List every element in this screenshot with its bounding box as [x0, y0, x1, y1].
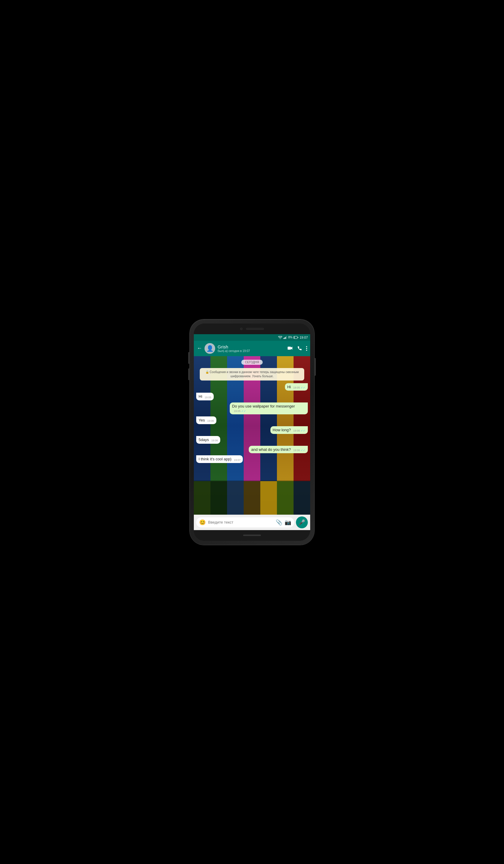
- phone-bottom-bar: [194, 530, 310, 541]
- speaker-grille: [246, 328, 264, 330]
- video-call-icon[interactable]: [288, 346, 293, 350]
- svg-point-10: [306, 350, 307, 351]
- phone-screen: 8% 19:07 ← 👤 Grish бы: [194, 324, 310, 541]
- mic-icon: 🎤: [299, 519, 305, 526]
- message-row: Hi 19:05: [196, 393, 308, 400]
- more-options-icon[interactable]: [306, 346, 307, 351]
- battery-text: 8%: [288, 336, 292, 339]
- contact-info: Grish был(-а) сегодня в 19:07: [218, 344, 285, 352]
- read-ticks: ✓✓: [301, 386, 305, 389]
- read-ticks: ✓✓: [301, 429, 305, 432]
- message-time: 19:05: [204, 396, 211, 399]
- svg-rect-0: [284, 338, 284, 339]
- mic-button[interactable]: 🎤: [296, 516, 308, 528]
- status-time: 19:07: [300, 336, 308, 339]
- bubble-outgoing: Do you use wallpaper for messenger 19:05…: [230, 403, 308, 414]
- message-row: Do you use wallpaper for messenger 19:05…: [196, 403, 308, 414]
- message-time: 19:05 ✓✓: [234, 410, 246, 413]
- back-button[interactable]: ←: [197, 345, 202, 351]
- message-row: Hi 19:05 ✓✓: [196, 383, 308, 391]
- bubble-incoming: 5days 19:06: [196, 436, 220, 444]
- status-bar-icons: 8% 19:07: [278, 336, 308, 339]
- header-actions: [288, 346, 307, 351]
- message-row: and what do you think? 19:06 ✓✓: [196, 446, 308, 454]
- message-text: Do you use wallpaper for messenger: [232, 404, 295, 409]
- message-row: I think it's cool app) 19:07: [196, 455, 308, 463]
- message-time: 19:06 ✓✓: [293, 429, 305, 433]
- input-field-wrap: 😊 📎 📷: [196, 517, 294, 527]
- svg-rect-1: [284, 337, 285, 339]
- message-time: 19:06: [207, 419, 214, 423]
- signal-icon: [284, 336, 287, 339]
- message-input[interactable]: [208, 520, 273, 525]
- svg-rect-5: [294, 337, 295, 338]
- svg-rect-3: [286, 336, 287, 339]
- camera-button[interactable]: 📷: [285, 519, 291, 526]
- wifi-icon: [278, 336, 282, 339]
- message-row: 5days 19:06: [196, 436, 308, 444]
- bubble-outgoing: and what do you think? 19:06 ✓✓: [249, 446, 308, 454]
- chat-area: СЕГОДНЯ 🔒 Сообщения и звонки в данном ча…: [194, 356, 310, 530]
- battery-icon: [293, 336, 298, 339]
- emoji-button[interactable]: 😊: [199, 519, 206, 526]
- message-text: Hi: [199, 394, 202, 399]
- bubble-outgoing: How long? 19:06 ✓✓: [271, 426, 308, 434]
- message-row: How long? 19:06 ✓✓: [196, 426, 308, 434]
- bubble-outgoing: Hi 19:05 ✓✓: [285, 383, 308, 391]
- phone-frame: 8% 19:07 ← 👤 Grish бы: [190, 319, 314, 545]
- svg-rect-2: [285, 337, 286, 339]
- app-header: ← 👤 Grish был(-а) сегодня в 19:07: [194, 341, 310, 356]
- message-text: Yes: [199, 418, 205, 423]
- chat-messages: СЕГОДНЯ 🔒 Сообщения и звонки в данном ча…: [194, 356, 310, 515]
- avatar: 👤: [204, 343, 215, 354]
- contact-name: Grish: [218, 344, 285, 349]
- message-time: 19:07: [234, 458, 241, 462]
- bubble-incoming: Hi 19:05: [196, 393, 214, 400]
- status-bar: 8% 19:07: [194, 334, 310, 341]
- message-time: 19:05 ✓✓: [293, 386, 305, 390]
- svg-point-8: [306, 346, 307, 347]
- date-badge: СЕГОДНЯ: [241, 360, 263, 365]
- contact-status: был(-а) сегодня в 19:07: [218, 349, 285, 352]
- message-text: and what do you think?: [251, 447, 291, 452]
- svg-rect-6: [298, 337, 298, 338]
- message-text: I think it's cool app): [199, 457, 231, 462]
- home-indicator: [243, 535, 261, 536]
- message-text: Hi: [287, 385, 291, 390]
- svg-point-9: [306, 348, 307, 349]
- screen: 8% 19:07 ← 👤 Grish бы: [194, 334, 310, 530]
- message-text: 5days: [199, 437, 209, 443]
- system-message: 🔒 Сообщения и звонки в данном чате тепер…: [200, 368, 304, 381]
- read-ticks: ✓✓: [301, 449, 305, 452]
- message-text: How long?: [273, 428, 291, 433]
- svg-rect-7: [288, 347, 291, 350]
- message-time: 19:06 ✓✓: [293, 449, 305, 452]
- message-row: Yes 19:06: [196, 417, 308, 424]
- bubble-incoming: Yes 19:06: [196, 417, 216, 424]
- front-camera: [240, 328, 242, 330]
- voice-call-icon[interactable]: [297, 346, 302, 351]
- message-time: 19:06: [211, 439, 218, 443]
- bubble-incoming: I think it's cool app) 19:07: [196, 455, 243, 463]
- read-ticks: ✓✓: [241, 410, 246, 412]
- avatar-icon: 👤: [206, 345, 214, 352]
- attach-button[interactable]: 📎: [276, 519, 282, 526]
- input-bar: 😊 📎 📷 🎤: [194, 515, 310, 530]
- phone-top-bar: [194, 324, 310, 334]
